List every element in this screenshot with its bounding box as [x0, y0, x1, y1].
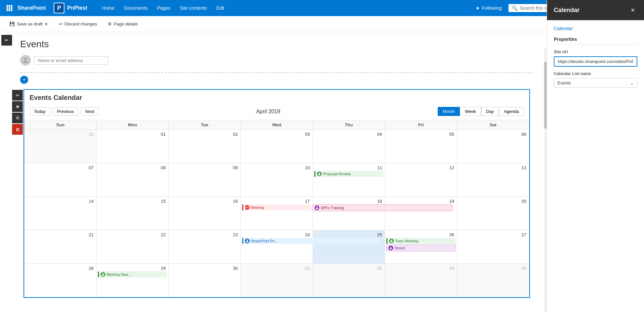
svg-point-12: [247, 240, 248, 241]
day-cell[interactable]: 03: [241, 130, 313, 163]
day-view-button[interactable]: Day: [481, 107, 499, 116]
table-row: 14 15 16 17 FT Meeting: [24, 197, 529, 230]
day-cell[interactable]: 16: [169, 197, 241, 230]
nav-pages[interactable]: Pages: [153, 3, 174, 13]
col-wed: Wed: [241, 120, 313, 130]
scrollbar-thumb[interactable]: [544, 62, 547, 129]
today-button[interactable]: Today: [30, 107, 50, 116]
day-cell[interactable]: 23: [169, 230, 241, 264]
col-sat: Sat: [457, 120, 529, 130]
event-label: Proposal Review: [323, 172, 351, 176]
day-cell[interactable]: 29 Meeting New ...: [97, 264, 169, 297]
day-cell[interactable]: 05: [385, 130, 457, 163]
day-cell[interactable]: 18 SPFx Training: [313, 197, 385, 230]
main-content: ✏ Events + ✏ ✥ ⧉ 🗑 Events Calendar: [0, 32, 547, 312]
month-view-button[interactable]: Month: [438, 107, 460, 116]
event-sharepoint-24[interactable]: SharePoint Pn...: [242, 238, 380, 244]
save-draft-dropdown-icon[interactable]: ▼: [45, 22, 48, 26]
day-cell[interactable]: 24 SharePoint Pn...: [241, 230, 313, 264]
day-cell-today[interactable]: 25: [313, 230, 385, 264]
discard-changes-button[interactable]: ↩ Discard changes: [55, 19, 101, 28]
discard-icon: ↩: [59, 21, 63, 26]
event-avatar: [315, 205, 319, 210]
col-mon: Mon: [97, 120, 169, 130]
event-proposal-review[interactable]: Proposal Review: [314, 171, 383, 177]
day-cell[interactable]: 14: [24, 197, 97, 230]
day-cell[interactable]: 15: [97, 197, 169, 230]
day-cell[interactable]: 04: [457, 264, 529, 297]
webpart-delete-button[interactable]: 🗑: [12, 124, 23, 135]
day-cell[interactable]: 12: [385, 163, 457, 197]
nav-edit[interactable]: Edit: [212, 3, 228, 13]
event-dinner[interactable]: Dinner: [386, 245, 455, 251]
save-draft-label: Save as draft: [17, 21, 43, 26]
add-section-button[interactable]: +: [20, 76, 28, 84]
previous-button[interactable]: Previous: [53, 107, 78, 116]
event-label: Dinner: [394, 246, 405, 250]
properties-section-title: Properties: [554, 37, 637, 45]
event-avatar: [317, 172, 322, 176]
site-name-label: PnPtest: [67, 5, 87, 11]
following-button[interactable]: ★ Following: [473, 4, 504, 12]
svg-rect-8: [11, 9, 12, 11]
svg-point-13: [391, 240, 392, 241]
table-row: 07 08 09 10 11 Proposal Review: [24, 163, 529, 197]
page-title: Events: [20, 39, 533, 50]
panel-close-button[interactable]: ✕: [628, 5, 637, 15]
day-cell[interactable]: 01: [97, 130, 169, 163]
svg-rect-7: [9, 9, 10, 11]
author-input[interactable]: [34, 56, 108, 65]
agenda-view-button[interactable]: Agenda: [499, 107, 524, 116]
save-draft-button[interactable]: 💾 Save as draft ▼: [5, 19, 52, 28]
webpart-edit-button[interactable]: ✏: [12, 90, 23, 101]
svg-rect-3: [6, 7, 8, 9]
day-cell[interactable]: 08: [97, 163, 169, 197]
day-cell[interactable]: 13: [457, 163, 529, 197]
calendar-list-select[interactable]: Events: [554, 78, 637, 88]
day-cell[interactable]: 30: [169, 264, 241, 297]
waffle-menu-icon[interactable]: [4, 3, 15, 13]
webpart-duplicate-button[interactable]: ⧉: [12, 113, 23, 123]
day-cell[interactable]: 03: [385, 264, 457, 297]
day-cell[interactable]: 02: [313, 264, 385, 297]
day-cell[interactable]: 06: [457, 130, 529, 163]
day-cell[interactable]: 28: [24, 264, 97, 297]
nav-site-contents[interactable]: Site contents: [176, 3, 211, 13]
calendar-link[interactable]: Calendar: [554, 26, 637, 31]
site-url-input[interactable]: [554, 56, 637, 67]
day-cell[interactable]: 09: [169, 163, 241, 197]
day-cell[interactable]: 26 Team Meeting D: [385, 230, 457, 264]
webpart-move-button[interactable]: ✥: [12, 101, 23, 112]
day-cell[interactable]: 04: [313, 130, 385, 163]
week-view-button[interactable]: Week: [460, 107, 481, 116]
day-cell[interactable]: 11 Proposal Review: [313, 163, 385, 197]
nav-documents[interactable]: Documents: [120, 3, 152, 13]
day-cell[interactable]: 02: [169, 130, 241, 163]
author-area: [20, 55, 533, 66]
scrollbar-track: [544, 48, 547, 312]
event-meeting[interactable]: FT Meeting: [242, 204, 311, 210]
page-details-button[interactable]: ⚙ Page details: [104, 19, 142, 28]
day-cell[interactable]: 17 FT Meeting: [241, 197, 313, 230]
day-cell[interactable]: 10: [241, 163, 313, 197]
day-cell[interactable]: 19: [385, 197, 457, 230]
day-cell[interactable]: 07: [24, 163, 97, 197]
svg-rect-1: [9, 5, 10, 7]
edit-icon-btn[interactable]: ✏: [1, 35, 12, 46]
next-button[interactable]: Next: [81, 107, 99, 116]
nav-home[interactable]: Home: [98, 3, 118, 13]
svg-rect-2: [11, 5, 12, 7]
event-meeting-new[interactable]: Meeting New ...: [98, 271, 167, 277]
event-spfx-training[interactable]: SPFx Training: [313, 204, 452, 211]
event-avatar: [388, 246, 393, 250]
webpart-toolbar: ✏ ✥ ⧉ 🗑: [12, 90, 23, 135]
day-cell[interactable]: 27: [457, 230, 529, 264]
day-cell[interactable]: 01: [241, 264, 313, 297]
day-cell[interactable]: 22: [97, 230, 169, 264]
site-logo[interactable]: P: [54, 3, 64, 13]
day-cell[interactable]: 21: [24, 230, 97, 264]
day-cell[interactable]: 31: [24, 130, 97, 163]
event-team-meeting[interactable]: Team Meeting: [386, 238, 455, 244]
svg-point-11: [316, 206, 318, 208]
day-cell[interactable]: 20: [457, 197, 529, 230]
